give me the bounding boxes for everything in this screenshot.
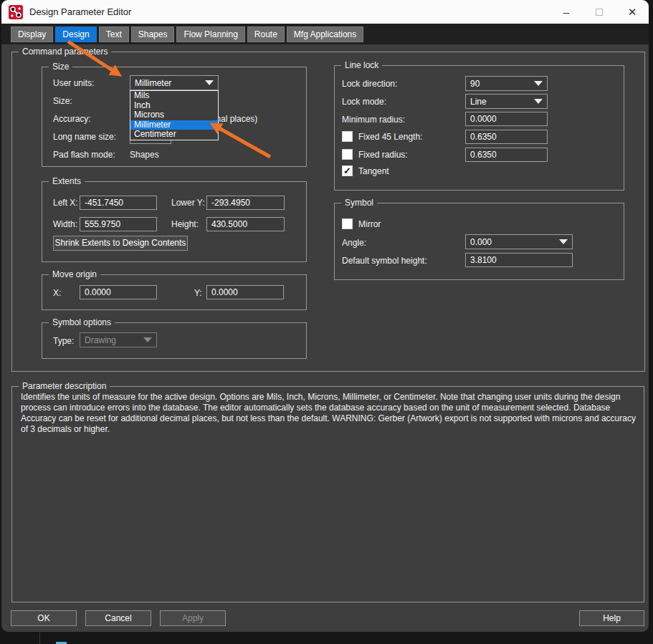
size-label: Size:: [53, 96, 72, 106]
tab-shapes[interactable]: Shapes: [131, 27, 175, 42]
parameter-description-group: Parameter description Identifies the uni…: [11, 386, 644, 602]
move-origin-x-label: X:: [53, 288, 61, 298]
angle-value: 0.000: [470, 237, 559, 247]
option-centimeter[interactable]: Centimeter: [130, 130, 218, 140]
tab-mfg-applications[interactable]: Mfg Applications: [287, 27, 363, 42]
chevron-down-icon: [143, 337, 152, 342]
size-group: Size User units: Millimeter Size: Accura…: [42, 67, 307, 167]
minimize-button[interactable]: –: [550, 0, 583, 24]
lock-mode-combo[interactable]: Line: [465, 94, 548, 109]
help-button[interactable]: Help: [579, 610, 644, 626]
minimum-radius-input[interactable]: [465, 112, 548, 126]
symbol-group-label: Symbol: [341, 198, 377, 208]
symbol-options-group: Symbol options Type: Drawing: [42, 322, 307, 359]
size-group-label: Size: [49, 62, 72, 72]
command-parameters-label: Command parameters: [19, 47, 111, 57]
chevron-down-icon: [559, 239, 568, 244]
titlebar: Design Parameter Editor – ✕: [1, 0, 649, 24]
option-microns[interactable]: Microns: [130, 110, 218, 120]
move-origin-group: Move origin X: Y:: [42, 274, 307, 310]
parameter-description-text: Identifies the units of measure for the …: [21, 392, 639, 435]
left-x-label: Left X:: [53, 198, 78, 208]
chevron-down-icon: [205, 80, 214, 85]
accuracy-label: Accuracy:: [53, 114, 91, 124]
default-symbol-height-input[interactable]: [465, 253, 573, 267]
user-units-popup: Mils Inch Microns Millimeter Centimeter: [130, 90, 219, 140]
fixed-radius-input[interactable]: [465, 148, 548, 162]
minimum-radius-label: Minimum radius:: [342, 115, 405, 125]
user-units-combo[interactable]: Millimeter: [130, 75, 219, 90]
height-label: Height:: [171, 219, 199, 229]
symbol-group: Symbol Mirror Angle: 0.000 Default symbo…: [334, 203, 624, 280]
lower-y-label: Lower Y:: [171, 198, 204, 208]
lock-mode-label: Lock mode:: [342, 97, 386, 107]
tab-display[interactable]: Display: [11, 27, 53, 42]
close-button[interactable]: ✕: [616, 0, 649, 24]
fixed-radius-label: Fixed radius:: [358, 150, 408, 160]
option-millimeter[interactable]: Millimeter: [130, 120, 218, 130]
tangent-label: Tangent: [358, 166, 389, 176]
tangent-checkbox[interactable]: ✓: [342, 165, 353, 176]
angle-combo[interactable]: 0.000: [465, 234, 573, 249]
window-controls: – ✕: [550, 0, 649, 24]
extents-group-label: Extents: [49, 176, 85, 186]
mirror-label: Mirror: [358, 219, 381, 229]
screen: Design Parameter Editor – ✕ Display Desi…: [0, 0, 653, 644]
taskbar-divider: [39, 633, 40, 644]
tab-text[interactable]: Text: [99, 27, 129, 42]
chevron-down-icon: [534, 81, 543, 86]
pad-flash-mode-value: Shapes: [130, 150, 159, 160]
apply-button[interactable]: Apply: [160, 610, 226, 626]
lock-direction-combo[interactable]: 90: [465, 76, 548, 91]
pad-flash-mode-label: Pad flash mode:: [53, 150, 115, 160]
angle-label: Angle:: [342, 238, 366, 248]
option-mils[interactable]: Mils: [130, 91, 218, 101]
lock-direction-label: Lock direction:: [342, 79, 397, 89]
symbol-type-value: Drawing: [85, 335, 143, 345]
command-parameters-group: Command parameters Size User units: Mill…: [11, 52, 645, 372]
parameter-description-label: Parameter description: [19, 381, 110, 391]
option-inch[interactable]: Inch: [130, 101, 218, 111]
line-lock-group: Line lock Lock direction: 90 Lock mode: …: [334, 65, 624, 191]
left-x-input[interactable]: [80, 196, 157, 210]
cancel-button[interactable]: Cancel: [85, 610, 151, 626]
fixed-45-length-label: Fixed 45 Length:: [358, 132, 422, 142]
maximize-icon: [596, 9, 603, 16]
chevron-down-icon: [534, 99, 543, 104]
minimize-icon: –: [563, 6, 569, 18]
tab-route[interactable]: Route: [247, 27, 285, 42]
tab-design[interactable]: Design: [55, 27, 96, 42]
move-origin-x-input[interactable]: [80, 285, 157, 299]
fixed-45-length-checkbox[interactable]: [342, 131, 353, 142]
user-units-value: Millimeter: [135, 78, 205, 88]
move-origin-group-label: Move origin: [49, 269, 100, 279]
height-input[interactable]: [206, 217, 285, 231]
lock-direction-value: 90: [470, 79, 534, 89]
maximize-button[interactable]: [583, 0, 616, 24]
extents-group: Extents Left X: Lower Y: Width: Height: …: [42, 181, 307, 262]
line-lock-group-label: Line lock: [341, 60, 382, 70]
fixed-radius-checkbox[interactable]: [342, 149, 353, 160]
move-origin-y-label: Y:: [194, 288, 202, 298]
symbol-type-combo: Drawing: [80, 332, 157, 347]
width-input[interactable]: [80, 217, 157, 231]
window-title: Design Parameter Editor: [29, 6, 131, 17]
fixed-45-length-input[interactable]: [465, 130, 548, 144]
mirror-checkbox[interactable]: [342, 218, 353, 229]
lower-y-input[interactable]: [206, 196, 285, 210]
close-icon: ✕: [628, 6, 637, 19]
tab-strip: Display Design Text Shapes Flow Planning…: [1, 24, 649, 44]
width-label: Width:: [53, 219, 77, 229]
symbol-options-group-label: Symbol options: [49, 317, 115, 327]
tab-flow-planning[interactable]: Flow Planning: [176, 27, 244, 42]
shrink-extents-button[interactable]: Shrink Extents to Design Contents: [53, 236, 188, 251]
lock-mode-value: Line: [470, 97, 534, 107]
user-units-label: User units:: [53, 78, 94, 88]
app-icon: [9, 5, 23, 19]
ok-button[interactable]: OK: [11, 610, 77, 626]
check-icon: ✓: [343, 165, 351, 176]
long-name-size-label: Long name size:: [53, 132, 116, 142]
symbol-type-label: Type:: [53, 336, 74, 346]
move-origin-y-input[interactable]: [206, 285, 284, 299]
default-symbol-height-label: Default symbol height:: [342, 256, 427, 266]
